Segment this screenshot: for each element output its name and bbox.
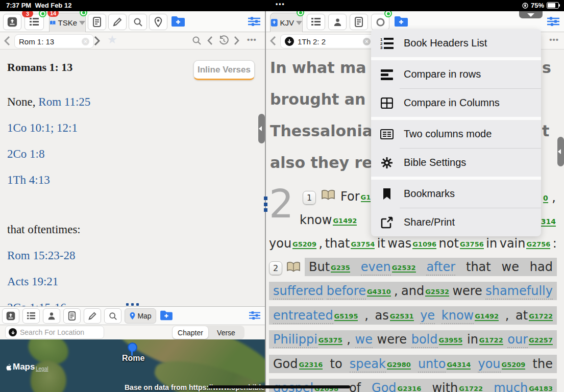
more-icon[interactable]: ••• [549, 35, 559, 44]
home-indicator[interactable] [208, 385, 350, 388]
segment-verse[interactable]: Verse [208, 326, 244, 339]
xref-line[interactable]: Rom 15:23-28 [7, 249, 76, 262]
add-folder-button[interactable] [159, 310, 174, 323]
star-icon[interactable]: ★ [107, 33, 117, 46]
back-chevron-icon[interactable] [4, 36, 10, 45]
menu-item-two-columns-mode[interactable]: Two columns mode [371, 120, 541, 148]
circle-button[interactable] [371, 14, 389, 30]
tab-kjv[interactable]: KJV [270, 13, 303, 32]
map-search-input[interactable]: Search For Location [5, 326, 104, 339]
left-reference-input[interactable]: Rom 1: 13 × [14, 34, 94, 48]
verse-2-row-4[interactable]: PhilippiG5375,wewereboldG3955inG1722ourG… [269, 330, 557, 349]
orientation-lock-icon [522, 3, 528, 9]
bookmark-icon [380, 188, 394, 200]
map-toolbar: Map [0, 307, 265, 325]
verse-1-words[interactable]: ForG1 [340, 189, 371, 204]
legal-link[interactable]: Legal [36, 366, 48, 372]
xref-line[interactable]: Acts 19:21 [7, 275, 58, 288]
add-folder-button[interactable] [170, 15, 186, 30]
history-icon[interactable] [218, 35, 229, 46]
menu-item-compare-in-rows[interactable]: Compare in rows [371, 60, 541, 88]
history-forward-icon[interactable] [234, 36, 239, 45]
menu-item-share-print[interactable]: Share/Print [371, 208, 541, 236]
panel-collapse-handle[interactable] [557, 137, 564, 166]
verse-2-words[interactable]: ButG235evenG2532afterthatwehad [305, 258, 557, 276]
verse-2-row-5[interactable]: GodG2316tospeakG2980untoG4314youG5209the [269, 355, 557, 373]
sliders-button[interactable] [547, 15, 560, 30]
menu-item-book-headers-list[interactable]: 123 Book Headers List [371, 29, 541, 57]
clear-icon[interactable]: × [363, 38, 371, 45]
verse-1-right-fragment[interactable]: 0 , [542, 190, 556, 205]
xref-line[interactable]: 1Th 4:13 [7, 174, 50, 187]
xref-line[interactable]: 1Co 10:1; 12:1 [7, 121, 78, 135]
tab-kjv-label: KJV [280, 18, 294, 27]
sync-badge-icon [297, 11, 304, 16]
chevron-down-icon [296, 21, 302, 25]
panel-collapse-handle[interactable] [258, 114, 265, 143]
segment-chapter[interactable]: Chapter [173, 326, 208, 339]
notes-list-button[interactable] [22, 308, 40, 324]
open-book-icon [50, 18, 56, 28]
map-pin-icon [129, 312, 136, 320]
menu-item-bookmarks[interactable]: Bookmarks [371, 180, 541, 208]
right-reference-value: 1Th 2: 2 [298, 37, 326, 46]
xref-line[interactable]: 2Co 1:8 [7, 148, 44, 161]
pencil-button[interactable] [108, 14, 127, 30]
verse-marker[interactable]: 2 [269, 261, 282, 275]
rows-icon [380, 69, 394, 80]
gear-icon [380, 157, 394, 169]
inline-verses-button[interactable]: Inline Verses [193, 60, 255, 80]
window-pull-tab[interactable] [519, 11, 543, 18]
search-button[interactable] [104, 308, 121, 324]
commentary-button[interactable] [88, 14, 106, 30]
drag-handle-dots-icon[interactable] [126, 303, 139, 306]
open-book-icon[interactable] [286, 261, 301, 273]
verse-2-row-1[interactable]: 2 ButG235evenG2532afterthatwehad [269, 258, 557, 276]
verse-1-row-3[interactable]: youG5209,thatG3754itwasG1096notG3756inva… [269, 236, 557, 251]
chapter-verse-segmented-control: Chapter Verse [172, 326, 244, 339]
commentary-button[interactable] [350, 14, 368, 30]
book-header-line: also they re [270, 154, 373, 172]
library-upload-button[interactable] [2, 308, 19, 324]
battery-icon [547, 2, 559, 9]
add-folder-button[interactable] [394, 15, 409, 30]
sliders-button[interactable] [249, 310, 261, 323]
map-panel: Map Search For Location Chapter Verse [0, 306, 265, 392]
forward-chevron-icon[interactable] [94, 36, 100, 45]
right-reference-input[interactable]: 1Th 2: 2 × [280, 34, 375, 48]
person-button[interactable] [328, 14, 347, 30]
tab-map[interactable]: Map [125, 308, 156, 324]
verse-2-row-3[interactable]: entreatedG5195,asG2531yeknowG1492,atG172… [269, 306, 557, 325]
book-header-fragment: t [542, 122, 549, 140]
notes-list-button[interactable] [307, 14, 325, 30]
search-button[interactable] [129, 14, 147, 30]
back-chevron-icon[interactable] [270, 36, 276, 45]
history-back-icon[interactable] [207, 36, 213, 45]
xref-line[interactable]: None, Rom 11:25 [7, 95, 90, 109]
notes-list-button[interactable]: 3 [24, 14, 44, 30]
location-button[interactable] [149, 14, 167, 30]
search-icon[interactable] [192, 36, 202, 45]
pencil-button[interactable] [84, 308, 101, 324]
status-bar: 7:37 PM Wed Feb 12 ••• 75% [0, 0, 564, 11]
open-book-icon[interactable] [321, 189, 335, 201]
svg-text:3: 3 [380, 45, 383, 50]
menu-item-bible-settings[interactable]: Bible Settings [371, 149, 541, 177]
menu-item-compare-in-columns[interactable]: Compare in Columns [371, 89, 541, 117]
map-canvas[interactable]: Rome Maps Legal Base on data from https:… [0, 339, 265, 392]
tab-tske[interactable]: TSKe 14 [49, 13, 86, 32]
library-upload-button[interactable] [3, 14, 21, 30]
clear-icon[interactable]: × [82, 38, 89, 45]
book-header-line: In what ma [270, 59, 366, 77]
person-button[interactable] [43, 308, 60, 324]
verse-2-row-2[interactable]: sufferedbeforeG4310,andG2532wereshameful… [269, 282, 557, 300]
sliders-button[interactable] [248, 15, 261, 30]
verse-marker[interactable]: 1 [303, 191, 316, 205]
split-drag-handle[interactable] [262, 197, 268, 212]
commentary-button[interactable] [63, 308, 81, 324]
menu-item-label: Book Headers List [404, 37, 487, 49]
menu-item-label: Two columns mode [404, 128, 492, 140]
menu-item-label: Bookmarks [404, 188, 455, 200]
more-icon[interactable]: ••• [247, 35, 257, 44]
apple-maps-logo: Maps [5, 362, 35, 372]
